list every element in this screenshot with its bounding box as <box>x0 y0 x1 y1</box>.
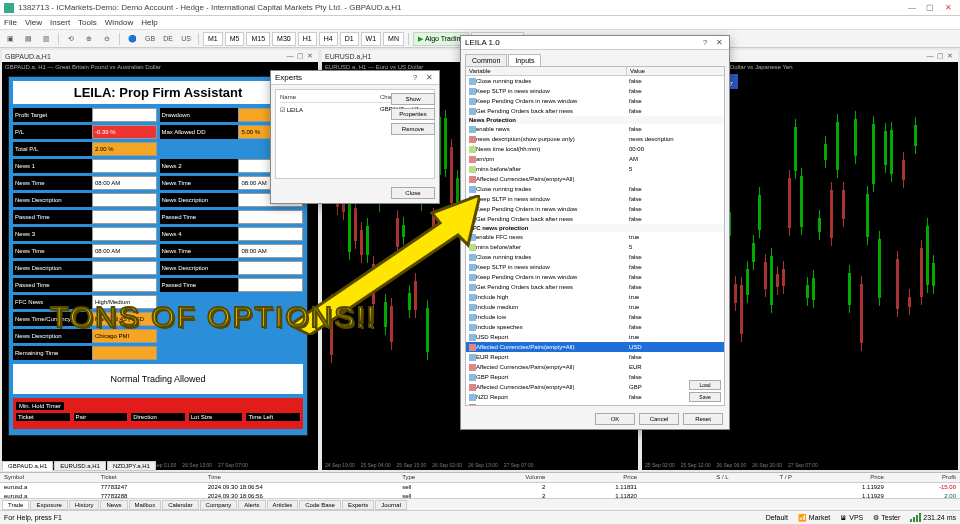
tool-generic[interactable]: ▥ <box>38 32 54 46</box>
tool-generic[interactable]: ▣ <box>2 32 18 46</box>
chart-tab[interactable]: GBPAUD.a,H1 <box>2 461 53 471</box>
terminal-tab[interactable]: Calendar <box>162 500 198 510</box>
input-row[interactable]: enable FFC newstrue <box>466 232 724 242</box>
input-row[interactable]: Keep Pending Orders in news windowfalse <box>466 272 724 282</box>
tab-inputs[interactable]: Inputs <box>508 54 541 66</box>
maximize-icon[interactable]: ▢ <box>922 2 938 14</box>
input-row[interactable]: Keep SLTP in news windowfalse <box>466 86 724 96</box>
input-row[interactable]: enable newsfalse <box>466 124 724 134</box>
input-row[interactable]: Get Pending Orders back after newsfalse <box>466 214 724 224</box>
flag-icon[interactable]: US <box>178 32 194 46</box>
chart-min-icon[interactable]: — <box>285 52 295 59</box>
input-row[interactable]: am/pmAM <box>466 154 724 164</box>
input-row[interactable]: NZD Reportfalse <box>466 392 724 402</box>
term-col[interactable]: Symbol <box>0 473 97 482</box>
help-icon[interactable]: ? <box>699 38 711 47</box>
term-col[interactable]: Ticket <box>97 473 204 482</box>
menu-window[interactable]: Window <box>105 18 133 27</box>
save-button[interactable]: Save <box>689 392 721 402</box>
tf-button[interactable]: H4 <box>319 32 338 46</box>
tf-button[interactable]: D1 <box>340 32 359 46</box>
term-col[interactable]: T / P <box>733 473 796 482</box>
input-row[interactable]: GBP Reportfalse <box>466 372 724 382</box>
input-row[interactable]: Get Pending Orders back after newsfalse <box>466 106 724 116</box>
tool-generic[interactable]: ⊖ <box>99 32 115 46</box>
input-row[interactable]: Include mediumtrue <box>466 302 724 312</box>
chart-max-icon[interactable]: ▢ <box>295 52 305 60</box>
cancel-button[interactable]: Cancel <box>639 413 679 425</box>
terminal-tab[interactable]: Trade <box>2 500 29 510</box>
menu-insert[interactable]: Insert <box>50 18 70 27</box>
input-row[interactable]: USD Reporttrue <box>466 332 724 342</box>
terminal-tab[interactable]: News <box>100 500 127 510</box>
input-row[interactable]: Include hightrue <box>466 292 724 302</box>
reset-button[interactable]: Reset <box>683 413 723 425</box>
load-button[interactable]: Load <box>689 380 721 390</box>
menu-file[interactable]: File <box>4 18 17 27</box>
term-col[interactable]: Price <box>549 473 641 482</box>
chart-close-icon[interactable]: ✕ <box>305 52 315 60</box>
tf-button[interactable]: W1 <box>361 32 382 46</box>
input-row[interactable]: Close running tradesfalse <box>466 184 724 194</box>
input-row[interactable]: news description(show purpose only)news … <box>466 134 724 144</box>
tf-button[interactable]: M30 <box>272 32 296 46</box>
term-col[interactable]: S / L <box>641 473 733 482</box>
ok-button[interactable]: OK <box>595 413 635 425</box>
menu-view[interactable]: View <box>25 18 42 27</box>
close-icon[interactable]: ✕ <box>423 73 435 82</box>
minimize-icon[interactable]: — <box>904 2 920 14</box>
tf-button[interactable]: M15 <box>246 32 270 46</box>
tf-button[interactable]: MN <box>383 32 404 46</box>
input-row[interactable]: News time local(hh:mm)00:00 <box>466 144 724 154</box>
input-row[interactable]: Affected Currencies/Pairs(empty=All)GBP <box>466 382 724 392</box>
chart-tab[interactable]: EURUSD.a,H1 <box>54 461 106 471</box>
term-col[interactable]: Volume <box>463 473 549 482</box>
terminal-tab[interactable]: Alerts <box>238 500 265 510</box>
input-row[interactable]: mins before/after5 <box>466 164 724 174</box>
tool-generic[interactable]: ▤ <box>20 32 36 46</box>
input-row[interactable]: Affected Currencies/Pairs(empty=All) <box>466 174 724 184</box>
terminal-tab[interactable]: Code Base <box>299 500 341 510</box>
term-col[interactable]: Profit <box>888 473 960 482</box>
menu-tools[interactable]: Tools <box>78 18 97 27</box>
input-row[interactable]: Affected Currencies/Pairs(empty=All)USD <box>466 342 724 352</box>
menu-help[interactable]: Help <box>141 18 157 27</box>
input-row[interactable]: Keep SLTP in news windowfalse <box>466 262 724 272</box>
tf-button[interactable]: H1 <box>298 32 317 46</box>
term-col[interactable]: Price <box>796 473 888 482</box>
chart-min-icon[interactable]: — <box>925 52 935 59</box>
input-row[interactable]: mins before/after5 <box>466 242 724 252</box>
flag-icon[interactable]: DE <box>160 32 176 46</box>
close-button[interactable]: Close <box>391 187 435 199</box>
close-icon[interactable]: ✕ <box>940 2 956 14</box>
term-col[interactable]: Time <box>204 473 398 482</box>
terminal-tab[interactable]: Articles <box>267 500 299 510</box>
term-col[interactable]: Type <box>398 473 463 482</box>
input-row[interactable]: Keep Pending Orders in news windowfalse <box>466 96 724 106</box>
input-row[interactable]: Close running tradesfalse <box>466 252 724 262</box>
tf-button[interactable]: M1 <box>203 32 223 46</box>
show-button[interactable]: Show <box>391 93 435 105</box>
terminal-tab[interactable]: Journal <box>375 500 407 510</box>
flag-icon[interactable]: 🔵 <box>124 32 140 46</box>
input-row[interactable]: Include speechesfalse <box>466 322 724 332</box>
tab-common[interactable]: Common <box>465 54 507 66</box>
chart-close-icon[interactable]: ✕ <box>945 52 955 60</box>
help-icon[interactable]: ? <box>409 73 421 82</box>
tf-button[interactable]: M5 <box>225 32 245 46</box>
trade-row[interactable]: eurusd.a777832472024.09.30 18:06:54sell2… <box>0 482 960 491</box>
terminal-tab[interactable]: Experts <box>342 500 374 510</box>
input-row[interactable]: EUR Reportfalse <box>466 352 724 362</box>
input-row[interactable]: Keep Pending Orders in news windowfalse <box>466 204 724 214</box>
input-row[interactable]: Close running tradesfalse <box>466 76 724 86</box>
input-row[interactable]: Affected Currencies/Pairs(empty=All)EUR <box>466 362 724 372</box>
input-row[interactable]: Include lowfalse <box>466 312 724 322</box>
chart-max-icon[interactable]: ▢ <box>935 52 945 60</box>
tool-generic[interactable]: ⟲ <box>63 32 79 46</box>
input-list[interactable]: VariableValue Close running tradesfalseK… <box>465 66 725 406</box>
tool-generic[interactable]: ⊕ <box>81 32 97 46</box>
properties-button[interactable]: Properties <box>391 108 435 120</box>
terminal-tab[interactable]: History <box>69 500 100 510</box>
input-row[interactable]: Keep SLTP in news windowfalse <box>466 194 724 204</box>
input-row[interactable]: Get Pending Orders back after newsfalse <box>466 282 724 292</box>
